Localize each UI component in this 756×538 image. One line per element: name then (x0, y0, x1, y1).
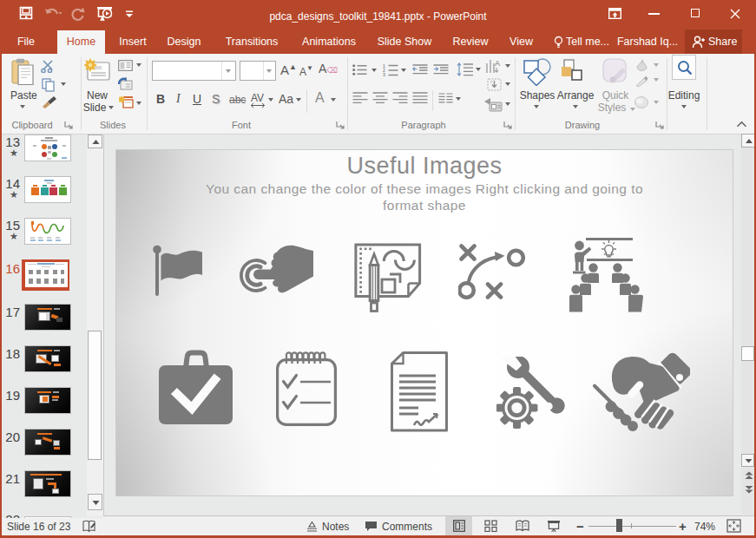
svg-text:3: 3 (383, 72, 385, 76)
svg-text:A: A (495, 59, 500, 68)
